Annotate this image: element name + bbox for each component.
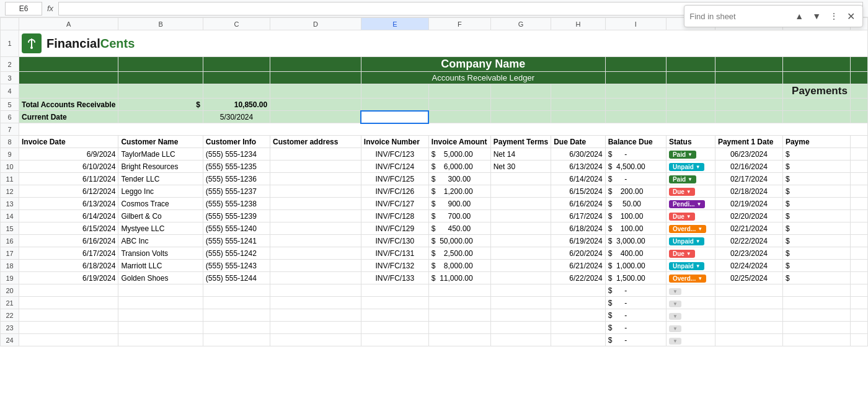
col-C[interactable]: C [203, 18, 270, 30]
row22-e [361, 309, 428, 322]
status-14[interactable]: Due ▼ [666, 210, 715, 222]
logo-cell: FinancialCents [19, 30, 868, 57]
col-invoice-number: Invoice Number [361, 136, 428, 148]
col-F[interactable]: F [428, 18, 490, 30]
status-18[interactable]: Unpaid ▼ [666, 260, 715, 272]
status-20[interactable]: ▼ [666, 284, 715, 297]
balance-13: $ 50.00 [605, 198, 666, 210]
row-num-9: 9 [1, 148, 19, 161]
status-badge-overdue-19: Overd... ▼ [669, 275, 706, 283]
status-17[interactable]: Due ▼ [666, 247, 715, 260]
row-num-2: 2 [1, 57, 19, 72]
row20-l [782, 284, 850, 297]
terms-14 [490, 210, 551, 222]
row4-m [850, 84, 867, 99]
extra-17 [850, 247, 867, 260]
status-12[interactable]: Due ▼ [666, 185, 715, 198]
find-input[interactable] [689, 12, 789, 21]
spreadsheet: A B C D E F G H I J K L 1 [0, 17, 868, 396]
row-7: 7 [1, 123, 868, 136]
corner-header [1, 18, 19, 30]
row24-m [850, 334, 867, 346]
terms-9: Net 14 [490, 148, 551, 161]
p1date-15: 02/21/2024 [715, 222, 782, 235]
status-19[interactable]: Overd... ▼ [666, 272, 715, 284]
row5-d [270, 99, 361, 111]
invamt-13: $ 900.00 [428, 198, 490, 210]
invamt-9: $ 5,000.00 [428, 148, 490, 161]
col-G[interactable]: G [490, 18, 551, 30]
row24-c [203, 334, 270, 346]
row6-m [850, 111, 867, 123]
row6-h [551, 111, 605, 123]
row4-b [118, 84, 203, 99]
p1amt-16: $ [782, 235, 850, 247]
address-13 [270, 198, 361, 210]
row21-f [428, 297, 490, 309]
current-date-value: 5/30/2024 [220, 113, 253, 121]
status-10[interactable]: Unpaid ▼ [666, 161, 715, 173]
row3-i [605, 72, 666, 84]
table-row: 13 6/13/2024 Cosmos Trace (555) 555-1238… [1, 198, 868, 210]
status-9[interactable]: Paid ▼ [666, 148, 715, 161]
status-21[interactable]: ▼ [666, 297, 715, 309]
p1amt-13: $ [782, 198, 850, 210]
spreadsheet-table: A B C D E F G H I J K L 1 [0, 17, 868, 346]
extra-10 [850, 161, 867, 173]
info-11: (555) 555-1236 [203, 173, 270, 185]
table-row: 19 6/19/2024 Golden Shoes (555) 555-1244… [1, 272, 868, 284]
status-15[interactable]: Overd... ▼ [666, 222, 715, 235]
row23-m [850, 322, 867, 334]
address-19 [270, 272, 361, 284]
row24-b [118, 334, 203, 346]
col-H[interactable]: H [551, 18, 605, 30]
status-13[interactable]: Pendi... ▼ [666, 198, 715, 210]
col-E[interactable]: E [361, 18, 428, 30]
p1date-13: 02/19/2024 [715, 198, 782, 210]
row21-m [850, 297, 867, 309]
status-22[interactable]: ▼ [666, 309, 715, 322]
col-B[interactable]: B [118, 18, 203, 30]
p1amt-9: $ [782, 148, 850, 161]
find-up-button[interactable]: ▲ [792, 10, 806, 22]
row21-l [782, 297, 850, 309]
row20-c [203, 284, 270, 297]
duedate-19: 6/22/2024 [551, 272, 605, 284]
p1date-14: 02/20/2024 [715, 210, 782, 222]
total-currency: $ [196, 100, 200, 109]
status-badge-paid-9: Paid ▼ [669, 151, 696, 159]
extra-16 [850, 235, 867, 247]
status-badge-due-17: Due ▼ [669, 250, 695, 258]
row22-b [118, 309, 203, 322]
invnum-14: INV/FC/128 [361, 210, 428, 222]
terms-13 [490, 198, 551, 210]
status-badge-empty-23: ▼ [669, 325, 681, 332]
cell-reference-input[interactable] [5, 2, 42, 15]
table-row: 16 6/16/2024 ABC Inc (555) 555-1241 INV/… [1, 235, 868, 247]
col-D[interactable]: D [270, 18, 361, 30]
status-23[interactable]: ▼ [666, 322, 715, 334]
find-close-button[interactable]: ✕ [844, 9, 857, 24]
address-12 [270, 185, 361, 198]
p1amt-18: $ [782, 260, 850, 272]
selected-cell-e6[interactable] [361, 111, 428, 123]
row3-c [203, 72, 270, 84]
row6-j [666, 111, 715, 123]
row5-k [715, 99, 782, 111]
p1date-12: 02/18/2024 [715, 185, 782, 198]
find-more-button[interactable]: ⋮ [827, 10, 841, 22]
col-I[interactable]: I [605, 18, 666, 30]
status-16[interactable]: Unpaid ▼ [666, 235, 715, 247]
balance-10: $ 4,500.00 [605, 161, 666, 173]
customer-19: Golden Shoes [118, 272, 203, 284]
col-A[interactable]: A [19, 18, 118, 30]
status-24[interactable]: ▼ [666, 334, 715, 346]
p1date-11: 02/17/2024 [715, 173, 782, 185]
invnum-18: INV/FC/132 [361, 260, 428, 272]
status-11[interactable]: Paid ▼ [666, 173, 715, 185]
info-17: (555) 555-1242 [203, 247, 270, 260]
subtitle-text: Accounts Receivable Ledger [432, 73, 535, 82]
row4-i [605, 84, 666, 99]
row4-c [203, 84, 270, 99]
find-down-button[interactable]: ▼ [810, 10, 823, 22]
